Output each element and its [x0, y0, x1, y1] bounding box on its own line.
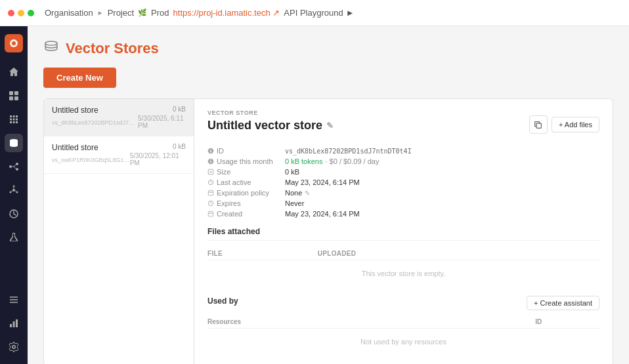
sidebar-item-list[interactable]	[5, 291, 23, 309]
svg-rect-24	[208, 212, 213, 216]
svg-rect-5	[14, 96, 18, 100]
edit-title-icon[interactable]: ✎	[326, 121, 334, 131]
sidebar-item-connections[interactable]	[5, 157, 23, 176]
prop-last-active-key: Last active	[207, 178, 280, 186]
vector-store-list: Untitled store 0 kB vs_dK8bLex87202BPD1s…	[43, 98, 194, 364]
list-item-name: Untitled store	[52, 143, 98, 152]
prop-created-key: Created	[207, 210, 280, 218]
list-item-id: vs_dK8bLex87202BPD1sdJ7ntnDT0t4I	[52, 119, 138, 126]
env-label: Prod	[151, 8, 169, 18]
resources-col-header: Resources	[207, 315, 535, 329]
used-by-title: Used by	[207, 296, 238, 310]
sidebar-item-clock[interactable]	[5, 205, 23, 223]
prop-usage-val: 0 kB tokens · $0 / $0.09 / day	[285, 157, 599, 165]
create-assistant-button[interactable]: + Create assistant	[527, 296, 599, 310]
breadcrumb: Organisation ► Project 🌿 Prod https://pr…	[45, 8, 355, 18]
list-item-size: 0 kB	[173, 143, 186, 150]
sidebar-item-settings[interactable]	[5, 338, 23, 356]
traffic-lights	[8, 10, 34, 16]
prop-expires-val: Never	[285, 199, 599, 207]
files-table: FILE UPLOADED This vector store is empty…	[207, 247, 599, 287]
svg-rect-4	[9, 96, 13, 100]
svg-rect-15	[10, 324, 12, 327]
traffic-yellow	[18, 10, 24, 16]
page-title: Vector Stores	[66, 40, 159, 57]
split-panel: Untitled store 0 kB vs_dK8bLex87202BPD1s…	[43, 98, 613, 364]
sidebar-item-grid[interactable]	[5, 110, 23, 129]
sidebar-item-hub[interactable]	[5, 181, 23, 199]
files-empty-row: This vector store is empty.	[207, 260, 599, 287]
svg-point-9	[16, 168, 18, 171]
sidebar-item-chart[interactable]	[5, 314, 23, 333]
svg-rect-22	[208, 191, 213, 195]
list-item-name: Untitled store	[52, 106, 98, 115]
create-new-button[interactable]: Create New	[43, 68, 116, 88]
resources-empty-msg: Not used by any resources	[207, 329, 599, 355]
content-area: Vector Stores Create New Untitled store …	[28, 26, 629, 364]
svg-point-10	[12, 189, 15, 192]
project-link[interactable]: https://proj-id.iamatic.tech ↗	[173, 8, 280, 18]
sidebar	[0, 26, 28, 364]
svg-rect-17	[16, 319, 18, 327]
project-label: Project	[108, 8, 134, 18]
svg-point-7	[9, 165, 12, 168]
traffic-red	[8, 10, 14, 16]
detail-panel: VECTOR STORE Untitled vector store ✎ + A…	[194, 98, 613, 364]
file-col-header: FILE	[207, 247, 318, 260]
svg-point-13	[10, 192, 12, 193]
list-item-size: 0 kB	[173, 106, 186, 113]
svg-rect-19	[536, 123, 541, 128]
properties-grid: ID vs_dK8bLex87202BPD1sdJ7ntnDT0t4I Usag…	[207, 147, 599, 218]
prop-size-val: 0 kB	[285, 168, 599, 176]
sidebar-item-dashboard[interactable]	[5, 87, 23, 105]
list-item[interactable]: Untitled store 0 kB vs_dK8bLex87202BPD1s…	[44, 99, 194, 136]
prop-expires-key: Expires	[207, 199, 280, 207]
list-item[interactable]: Untitled store 0 kB vs_xwKP1R0K0GBq5L8G1…	[44, 136, 194, 174]
org-label: Organisation	[45, 8, 93, 18]
resources-table: Resources ID Not used by any resources	[207, 315, 599, 355]
list-item-date: 5/30/2025, 12:01 PM	[130, 152, 186, 167]
list-item-date: 5/30/2025, 6:11 PM	[138, 115, 186, 129]
create-btn-wrap: Create New	[28, 68, 629, 98]
traffic-green	[28, 10, 34, 16]
copy-id-button[interactable]	[529, 115, 548, 134]
used-by-header: Used by + Create assistant	[207, 296, 599, 310]
prop-expiry-val: None ✎	[285, 189, 599, 197]
env-icon: 🌿	[138, 9, 147, 17]
sidebar-item-home[interactable]	[5, 63, 23, 81]
resources-empty-row: Not used by any resources	[207, 329, 599, 355]
svg-rect-16	[13, 321, 15, 327]
prop-last-active-val: May 23, 2024, 6:14 PM	[285, 178, 599, 186]
vector-store-icon	[43, 39, 59, 57]
files-section-title: Files attached	[207, 227, 599, 241]
sidebar-item-database[interactable]	[5, 134, 23, 152]
prop-created-val: May 23, 2024, 6:14 PM	[285, 210, 599, 218]
logo	[5, 34, 23, 52]
svg-point-1	[12, 41, 16, 45]
svg-point-18	[45, 41, 57, 45]
prop-id-val: vs_dK8bLex87202BPD1sdJ7ntnDT0t4I	[285, 147, 599, 155]
add-files-button[interactable]: + Add files	[552, 117, 599, 132]
list-item-id: vs_xwKP1R0K0GBq5L8G1t8Mc	[52, 157, 130, 163]
topbar: Organisation ► Project 🌿 Prod https://pr…	[0, 0, 629, 26]
svg-point-12	[16, 192, 18, 193]
page-header: Vector Stores	[28, 26, 629, 68]
edit-expiry-icon[interactable]: ✎	[305, 190, 310, 197]
detail-title: Untitled vector store ✎	[207, 119, 334, 132]
prop-size-key: Size	[207, 168, 280, 176]
api-playground[interactable]: API Playground ►	[284, 8, 354, 18]
resources-id-col-header: ID	[535, 315, 599, 329]
prop-expiry-key: Expiration policy	[207, 189, 280, 197]
prop-id-key: ID	[207, 147, 280, 155]
prop-usage-key: Usage this month	[207, 157, 280, 165]
svg-point-11	[13, 186, 15, 188]
sidebar-item-lab[interactable]	[5, 228, 23, 247]
uploaded-col-header: UPLOADED	[318, 247, 599, 260]
svg-point-8	[16, 163, 18, 165]
breadcrumb-sep1: ►	[97, 9, 104, 16]
svg-rect-3	[14, 91, 18, 95]
main-layout: Vector Stores Create New Untitled store …	[0, 26, 629, 364]
svg-rect-2	[9, 91, 13, 95]
files-empty-msg: This vector store is empty.	[207, 260, 599, 287]
